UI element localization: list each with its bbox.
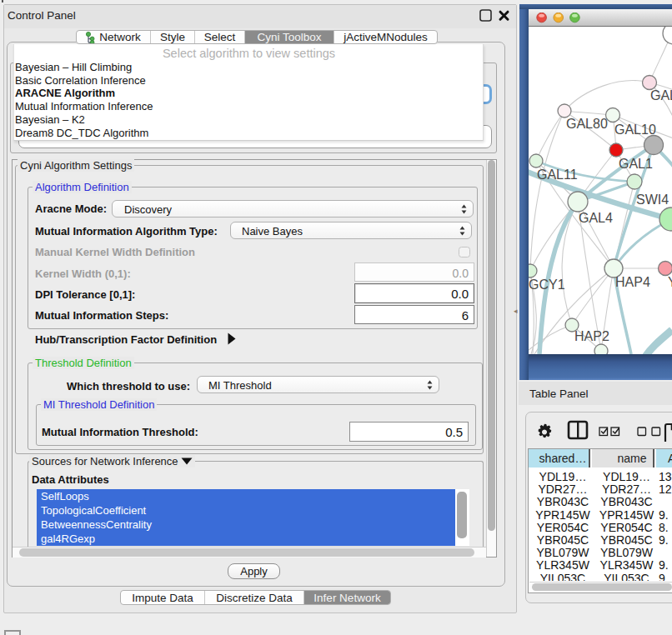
svg-text:GAL7: GAL7 <box>650 88 672 102</box>
svg-text:GCY1: GCY1 <box>529 278 565 292</box>
svg-text:GAL80: GAL80 <box>566 117 608 131</box>
svg-text:GAL1: GAL1 <box>619 157 653 171</box>
svg-text:Y: Y <box>668 275 672 289</box>
svg-text:HAP2: HAP2 <box>574 329 609 343</box>
svg-text:SWI4: SWI4 <box>636 192 669 207</box>
svg-text:GAL4: GAL4 <box>579 211 613 225</box>
svg-text:GAL10: GAL10 <box>614 122 656 137</box>
svg-text:GAL11: GAL11 <box>537 168 578 182</box>
svg-text:HAP4: HAP4 <box>615 275 650 289</box>
